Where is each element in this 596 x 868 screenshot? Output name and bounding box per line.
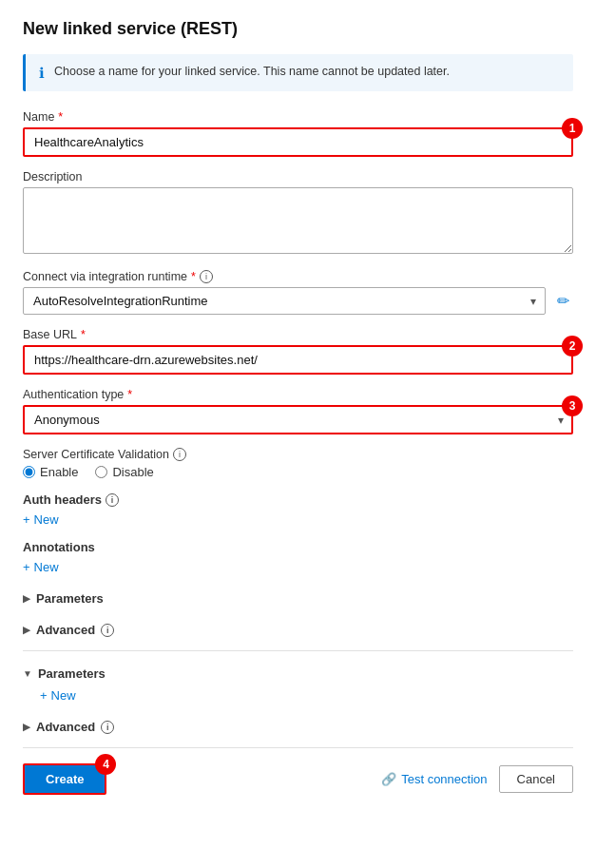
advanced-expanded-info-icon[interactable]: i bbox=[101, 721, 114, 734]
parameters-expanded-section: ▼ Parameters + New bbox=[23, 663, 573, 703]
auth-headers-label: Auth headers i bbox=[23, 492, 573, 507]
description-field-group: Description bbox=[23, 170, 573, 257]
info-banner-text: Choose a name for your linked service. T… bbox=[54, 64, 450, 81]
parameters-expanded-row[interactable]: ▼ Parameters bbox=[23, 663, 573, 685]
description-label: Description bbox=[23, 170, 573, 183]
auth-type-badge-container: Anonymous Basic Client Certificate MSI S… bbox=[23, 405, 573, 434]
step-badge-4: 4 bbox=[95, 754, 116, 775]
name-input[interactable] bbox=[23, 127, 573, 157]
server-cert-field-group: Server Certificate Validation i Enable D… bbox=[23, 448, 573, 479]
auth-type-select[interactable]: Anonymous Basic Client Certificate MSI S… bbox=[23, 405, 573, 434]
base-url-badge-container: 2 bbox=[23, 345, 573, 375]
step-badge-2: 2 bbox=[562, 336, 583, 357]
base-url-required: * bbox=[81, 328, 86, 341]
auth-headers-section: Auth headers i + New bbox=[23, 492, 573, 527]
name-label: Name * bbox=[23, 110, 573, 124]
create-btn-container: Create 4 bbox=[23, 763, 106, 795]
step-badge-3: 3 bbox=[562, 395, 583, 416]
server-cert-info-icon[interactable]: i bbox=[173, 448, 186, 461]
name-required: * bbox=[58, 110, 63, 124]
panel: New linked service (REST) ℹ Choose a nam… bbox=[0, 0, 596, 868]
advanced-expanded-row[interactable]: ▶ Advanced i bbox=[23, 716, 573, 738]
footer: Create 4 🔗 Test connection Cancel bbox=[23, 747, 573, 795]
info-icon: ℹ bbox=[39, 65, 45, 82]
advanced-expanded-icon: ▶ bbox=[23, 722, 30, 732]
test-connection-icon: 🔗 bbox=[381, 772, 396, 786]
base-url-label: Base URL * bbox=[23, 328, 573, 341]
auth-type-field-group: Authentication type * Anonymous Basic Cl… bbox=[23, 388, 573, 434]
auth-type-label: Authentication type * bbox=[23, 388, 573, 401]
runtime-select-wrapper: AutoResolveIntegrationRuntime ▾ bbox=[23, 287, 546, 315]
integration-runtime-label: Connect via integration runtime * i bbox=[23, 270, 573, 283]
advanced-collapsed-row[interactable]: ▶ Advanced i bbox=[23, 619, 573, 641]
runtime-select[interactable]: AutoResolveIntegrationRuntime bbox=[23, 287, 546, 315]
server-cert-enable-radio[interactable] bbox=[23, 466, 35, 478]
advanced-collapsed-info-icon[interactable]: i bbox=[101, 624, 114, 637]
create-button[interactable]: Create bbox=[23, 763, 106, 795]
annotations-label: Annotations bbox=[23, 540, 573, 554]
page-title: New linked service (REST) bbox=[23, 19, 573, 39]
annotations-plus-icon: + bbox=[23, 560, 30, 574]
auth-type-select-wrapper: Anonymous Basic Client Certificate MSI S… bbox=[23, 405, 573, 434]
test-connection-button[interactable]: 🔗 Test connection bbox=[381, 772, 487, 786]
section-divider bbox=[23, 650, 573, 651]
footer-right: 🔗 Test connection Cancel bbox=[381, 765, 573, 793]
server-cert-disable-radio[interactable] bbox=[95, 466, 107, 478]
parameters-expanded-collapse-icon: ▼ bbox=[23, 668, 32, 679]
runtime-edit-icon[interactable]: ✏ bbox=[553, 288, 573, 314]
base-url-input[interactable] bbox=[23, 345, 573, 375]
auth-headers-info-icon[interactable]: i bbox=[106, 493, 119, 507]
step-badge-1: 1 bbox=[562, 118, 583, 139]
description-input[interactable] bbox=[23, 187, 573, 254]
cancel-button[interactable]: Cancel bbox=[499, 765, 573, 793]
base-url-field-group: Base URL * 2 bbox=[23, 328, 573, 375]
server-cert-radio-group: Enable Disable bbox=[23, 465, 573, 479]
auth-type-required: * bbox=[127, 388, 132, 401]
name-field-group: Name * 1 bbox=[23, 110, 573, 157]
parameters-new-button[interactable]: + New bbox=[40, 688, 76, 703]
parameters-collapsed-expand-icon: ▶ bbox=[23, 593, 30, 604]
runtime-required: * bbox=[191, 270, 196, 283]
server-cert-disable-label[interactable]: Disable bbox=[95, 465, 153, 479]
auth-headers-new-button[interactable]: + New bbox=[23, 512, 59, 527]
server-cert-enable-label[interactable]: Enable bbox=[23, 465, 78, 479]
info-banner: ℹ Choose a name for your linked service.… bbox=[23, 54, 573, 91]
annotations-new-button[interactable]: + New bbox=[23, 560, 59, 574]
integration-runtime-field-group: Connect via integration runtime * i Auto… bbox=[23, 270, 573, 315]
advanced-collapsed-expand-icon: ▶ bbox=[23, 625, 30, 635]
runtime-info-icon[interactable]: i bbox=[200, 270, 213, 283]
parameters-plus-icon: + bbox=[40, 688, 48, 703]
server-cert-label: Server Certificate Validation i bbox=[23, 448, 573, 461]
parameters-collapsed-row[interactable]: ▶ Parameters bbox=[23, 588, 573, 609]
runtime-row: AutoResolveIntegrationRuntime ▾ ✏ bbox=[23, 287, 573, 315]
annotations-section: Annotations + New bbox=[23, 540, 573, 574]
name-badge-container: 1 bbox=[23, 127, 573, 157]
auth-headers-plus-icon: + bbox=[23, 512, 30, 527]
